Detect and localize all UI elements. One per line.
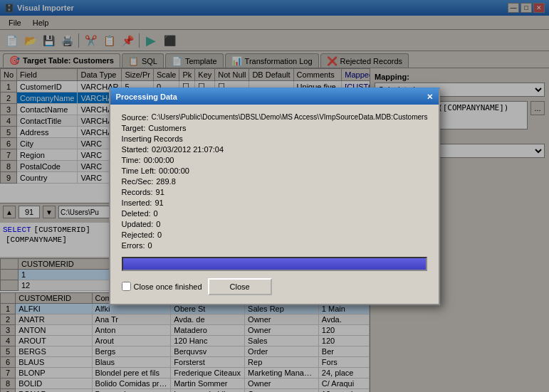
- modal-updated-value: 0: [156, 220, 160, 228]
- modal-rejected-label: Rejected:: [122, 231, 155, 239]
- processing-dialog: Processing Data ✕ Source: C:\Users\Publi…: [109, 88, 441, 305]
- modal-time-value: 00:00:00: [144, 156, 174, 164]
- modal-close-icon[interactable]: ✕: [427, 92, 433, 102]
- progress-bar-text: [123, 258, 427, 270]
- modal-deleted-row: Deleted: 0: [122, 209, 428, 218]
- modal-inserted-value: 91: [155, 198, 163, 207]
- close-button[interactable]: Close: [208, 278, 272, 295]
- modal-rejected-row: Rejected: 0: [122, 231, 428, 239]
- modal-time-label: Time:: [122, 156, 141, 164]
- close-once-finished-checkbox[interactable]: [122, 282, 131, 291]
- modal-content: Source: C:\Users\Public\Documents\DBSL\D…: [110, 105, 439, 304]
- modal-started-value: 02/03/2012 21:07:04: [152, 145, 224, 154]
- close-once-finished-label: Close once finished: [122, 282, 202, 291]
- progress-bar-fill: [123, 258, 427, 270]
- modal-source-value: C:\Users\Public\Documents\DBSL\Demo\MS A…: [152, 113, 428, 122]
- modal-records-value: 91: [156, 188, 164, 196]
- modal-timeleft-row: Time Left: 00:00:00: [122, 166, 428, 175]
- modal-errors-label: Errors:: [122, 241, 145, 250]
- modal-target-value: Customers: [148, 124, 186, 132]
- modal-action-value: Inserting Records: [122, 134, 183, 143]
- modal-timeleft-value: 00:00:00: [159, 166, 189, 175]
- modal-time-row: Time: 00:00:00: [122, 156, 428, 164]
- progress-bar-container: [122, 257, 428, 271]
- modal-titlebar: Processing Data ✕: [110, 90, 439, 105]
- modal-deleted-value: 0: [154, 209, 158, 218]
- modal-records-row: Records: 91: [122, 188, 428, 196]
- modal-started-label: Started:: [122, 145, 150, 154]
- modal-updated-label: Updated:: [122, 220, 154, 228]
- modal-updated-row: Updated: 0: [122, 220, 428, 228]
- modal-inserted-row: Inserted: 91: [122, 198, 428, 207]
- modal-deleted-label: Deleted:: [122, 209, 151, 218]
- modal-errors-value: 0: [148, 241, 152, 250]
- modal-recsec-label: Rec/Sec:: [122, 177, 154, 186]
- modal-started-row: Started: 02/03/2012 21:07:04: [122, 145, 428, 154]
- close-once-finished-text: Close once finished: [134, 282, 202, 291]
- modal-action-row: Inserting Records: [122, 134, 428, 143]
- modal-buttons: Close once finished Close: [122, 278, 428, 295]
- modal-rejected-value: 0: [157, 231, 162, 239]
- modal-overlay: Processing Data ✕ Source: C:\Users\Publi…: [0, 0, 549, 392]
- modal-source-row: Source: C:\Users\Public\Documents\DBSL\D…: [122, 113, 428, 122]
- modal-recsec-row: Rec/Sec: 289.8: [122, 177, 428, 186]
- modal-records-label: Records:: [122, 188, 153, 196]
- modal-target-label: Target:: [122, 124, 146, 132]
- modal-inserted-label: Inserted:: [122, 198, 152, 207]
- modal-timeleft-label: Time Left:: [122, 166, 157, 175]
- modal-target-row: Target: Customers: [122, 124, 428, 132]
- modal-recsec-value: 289.8: [156, 177, 176, 186]
- modal-title: Processing Data: [116, 92, 177, 101]
- modal-errors-row: Errors: 0: [122, 241, 428, 250]
- modal-source-label: Source:: [122, 113, 149, 122]
